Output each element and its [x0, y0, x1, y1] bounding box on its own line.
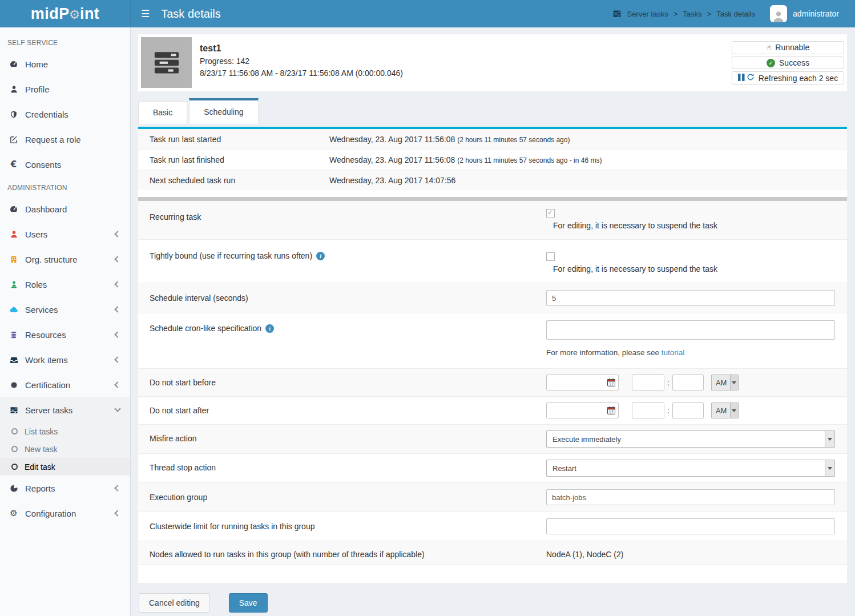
sidebar-item-label: Request a role — [25, 135, 122, 144]
clusterwide-limit-input[interactable] — [546, 518, 835, 534]
sidebar-item-consents[interactable]: € Consents — [0, 152, 130, 177]
calendar-icon[interactable]: 17 — [607, 406, 616, 417]
chevron-left-icon — [114, 331, 120, 337]
tab-bar: Basic Scheduling — [138, 97, 847, 124]
tightly-bound-checkbox[interactable] — [546, 252, 555, 261]
pencil-square-icon — [8, 135, 19, 144]
sidebar-item-roles[interactable]: Roles — [0, 272, 130, 297]
breadcrumb-task-details: Task details — [716, 10, 755, 18]
start-before-ampm-select[interactable]: AM — [711, 375, 739, 390]
sidebar-item-home[interactable]: Home — [0, 51, 130, 77]
schedule-interval-input[interactable] — [546, 290, 835, 306]
row-misfire-action: Misfire action Execute immediately — [138, 425, 847, 454]
nodes-allowed-value: NodeA (1), NodeC (2) — [546, 546, 835, 559]
euro-icon: € — [8, 159, 19, 170]
cloud-icon — [8, 305, 19, 314]
chevron-left-icon — [114, 485, 120, 491]
row-cron-spec: Schedule cron-like specification For mor… — [138, 313, 847, 369]
sidebar-item-credentials[interactable]: Credentials — [0, 102, 130, 127]
row-recurring-task: Recurring task For editing, it is necess… — [138, 201, 847, 240]
svg-text:17: 17 — [609, 382, 614, 386]
section-divider — [138, 197, 847, 201]
scheduling-panel: Task run last started Wednesday, 23. Aug… — [138, 127, 847, 583]
sidebar-item-server-tasks[interactable]: Server tasks — [0, 397, 130, 422]
breadcrumb-tasks[interactable]: Tasks — [683, 10, 701, 18]
tutorial-link[interactable]: tutorial — [662, 348, 685, 357]
task-icon — [141, 37, 192, 88]
info-row-last-started: Task run last started Wednesday, 23. Aug… — [138, 129, 847, 150]
refresh-control[interactable]: Refreshing each 2 sec — [732, 71, 844, 84]
sidebar-item-certification[interactable]: Certification — [0, 372, 130, 397]
task-bars-icon — [612, 9, 622, 18]
user-icon — [8, 230, 19, 239]
cron-spec-input[interactable] — [546, 320, 835, 340]
sidebar-item-users[interactable]: Users — [0, 222, 130, 247]
execution-group-input[interactable] — [546, 489, 835, 505]
sidebar-item-configuration[interactable]: ⚙ Configuration — [0, 501, 130, 526]
status-badge-runnable: ☝ Runnable — [732, 41, 844, 54]
svg-text:17: 17 — [609, 410, 614, 414]
start-after-hours-input[interactable] — [632, 402, 664, 418]
sidebar-section-self-service: SELF SERVICE — [0, 32, 130, 51]
start-before-minutes-input[interactable] — [672, 375, 704, 390]
inbox-icon — [8, 356, 19, 364]
row-do-not-start-before: Do not start before 17 : AM — [138, 369, 847, 397]
sidebar-item-label: Home — [25, 59, 122, 69]
info-row-last-finished: Task run last finished Wednesday, 23. Au… — [138, 150, 847, 170]
user-icon — [8, 85, 19, 94]
sidebar-item-label: Services — [25, 305, 115, 315]
breadcrumb-server-tasks[interactable]: Server tasks — [627, 10, 668, 18]
sidebar-item-dashboard[interactable]: Dashboard — [0, 196, 130, 222]
menu-toggle-icon[interactable]: ☰ — [141, 8, 150, 19]
row-clusterwide-limit: Clusterwide limit for running tasks in t… — [138, 512, 847, 541]
pie-chart-icon — [8, 484, 19, 493]
calendar-icon[interactable]: 17 — [607, 378, 616, 389]
cancel-editing-button[interactable]: Cancel editing — [139, 593, 210, 613]
sidebar-item-label: Configuration — [25, 509, 115, 518]
suspend-note: For editing, it is necessary to suspend … — [553, 264, 835, 273]
sidebar-item-reports[interactable]: Reports — [0, 476, 130, 501]
sidebar-item-label: Dashboard — [25, 204, 122, 214]
task-progress: Progress: 142 — [200, 55, 403, 67]
breadcrumb-separator: > — [707, 10, 712, 18]
save-button[interactable]: Save — [229, 593, 268, 613]
brand-logo[interactable]: midP⚙int — [0, 0, 131, 27]
sidebar-item-work-items[interactable]: Work items — [0, 347, 130, 372]
sidebar-subitem-edit-task[interactable]: Edit task — [0, 458, 130, 476]
refresh-icon — [747, 73, 755, 83]
tab-scheduling[interactable]: Scheduling — [189, 98, 258, 124]
sidebar-item-services[interactable]: Services — [0, 297, 130, 322]
sidebar-subitem-label: List tasks — [25, 427, 58, 436]
top-header: midP⚙int ☰ Task details Server tasks > T… — [0, 0, 855, 27]
sidebar-section-administration: ADMINISTRATION — [0, 177, 130, 196]
sidebar-item-profile[interactable]: Profile — [0, 77, 130, 102]
row-schedule-interval: Schedule interval (seconds) — [138, 283, 847, 313]
start-after-minutes-input[interactable] — [672, 402, 704, 418]
sidebar-item-label: Org. structure — [25, 255, 115, 264]
sidebar-item-resources[interactable]: Resources — [0, 322, 130, 347]
thread-stop-action-select[interactable]: Restart — [546, 460, 835, 477]
sidebar-subitem-list-tasks[interactable]: List tasks — [0, 422, 130, 440]
sidebar-item-label: Consents — [25, 160, 122, 170]
chevron-left-icon — [114, 381, 120, 388]
database-icon — [8, 331, 19, 339]
role-icon — [8, 280, 19, 289]
username: administrator — [793, 9, 839, 18]
sidebar-item-label: Work items — [25, 355, 115, 365]
start-after-ampm-select[interactable]: AM — [711, 402, 739, 418]
info-row-next-run: Next scheduled task run Wednesday, 23. A… — [138, 170, 847, 190]
info-icon[interactable] — [265, 324, 274, 333]
sidebar-item-label: Users — [25, 230, 115, 239]
sidebar-item-org-structure[interactable]: Org. structure — [0, 247, 130, 272]
tab-basic[interactable]: Basic — [138, 101, 187, 124]
info-icon[interactable] — [316, 252, 325, 260]
shield-icon — [8, 110, 19, 119]
sidebar-item-request-a-role[interactable]: Request a role — [0, 127, 130, 152]
start-before-hours-input[interactable] — [632, 375, 664, 390]
recurring-task-checkbox[interactable] — [546, 209, 555, 218]
pause-icon[interactable] — [738, 74, 745, 83]
sidebar-subitem-new-task[interactable]: New task — [0, 440, 130, 458]
user-menu[interactable]: administrator — [770, 5, 839, 22]
misfire-action-select[interactable]: Execute immediately — [546, 430, 835, 448]
server-tasks-group: Server tasks List tasks New task Edit ta… — [0, 397, 130, 476]
